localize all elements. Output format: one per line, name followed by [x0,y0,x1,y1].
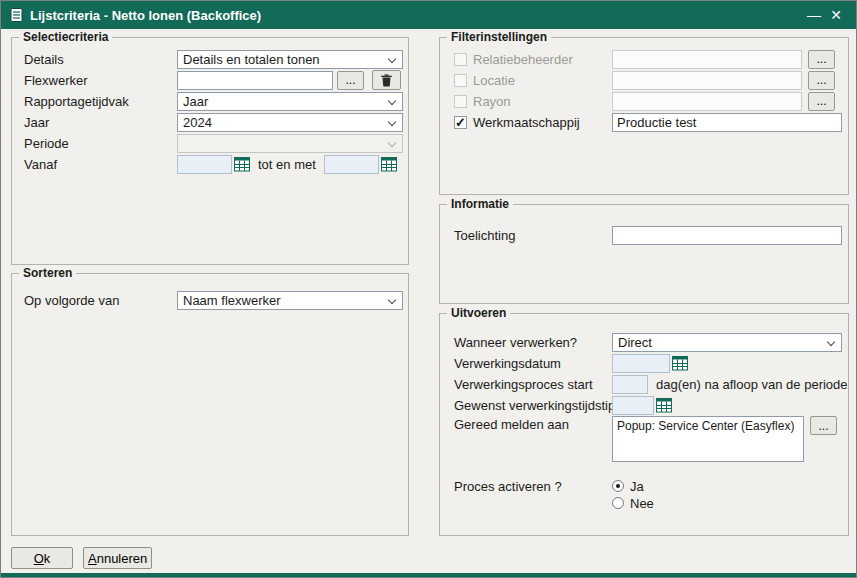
op-volgorde-row: Op volgorde van Naam flexwerker [24,290,403,310]
relatiebeheerder-label: Relatiebeheerder [473,52,612,67]
proces-activeren-nee-row: Nee [454,493,654,513]
titlebar: Lijstcriteria - Netto lonen (Backoffice)… [1,1,856,29]
window-title: Lijstcriteria - Netto lonen (Backoffice) [30,8,803,23]
rayon-label: Rayon [473,94,612,109]
rayon-row: Rayon ... [454,91,835,111]
periode-select [177,134,403,153]
rapportagetijdvak-select[interactable]: Jaar [177,92,403,111]
jaar-label: Jaar [24,115,177,130]
periode-label: Periode [24,136,177,151]
rapportagetijdvak-label: Rapportagetijdvak [24,94,177,109]
minimize-button[interactable]: — [803,4,825,26]
locatie-input [612,71,802,90]
ja-radio-label: Ja [630,479,644,494]
rayon-checkbox[interactable] [454,95,467,108]
filterinstellingen-legend: Filterinstellingen [447,30,551,45]
rayon-more-button[interactable]: ... [808,92,835,111]
chevron-down-icon [388,96,396,104]
details-select[interactable]: Details en totalen tonen [177,50,403,69]
relatiebeheerder-more-button[interactable]: ... [808,50,835,69]
relatiebeheerder-checkbox[interactable] [454,53,467,66]
window-bottom-accent [1,573,856,577]
jaar-select-value: 2024 [183,115,212,130]
flexwerker-delete-button[interactable] [372,70,401,90]
werkmaatschappij-checkbox[interactable] [454,116,467,129]
toelichting-input[interactable] [612,226,842,245]
rapportagetijdvak-select-value: Jaar [183,94,208,109]
chevron-down-icon [388,295,396,303]
wanneer-verwerken-select-value: Direct [618,335,652,350]
toelichting-label: Toelichting [454,228,612,243]
flexwerker-more-button[interactable]: ... [337,71,364,90]
annuleren-button[interactable]: Annuleren [83,547,152,569]
calendar-icon[interactable] [672,356,688,371]
werkmaatschappij-input[interactable] [612,113,842,132]
verwerkingsproces-start-suffix: dag(en) na afloop van de periode [656,377,848,392]
selectiecriteria-legend: Selectiecriteria [19,30,112,45]
dialog-window: Lijstcriteria - Netto lonen (Backoffice)… [0,0,857,578]
sorteren-legend: Sorteren [19,266,76,281]
gewenst-tijdstip-row: Gewenst verwerkingstijdstip [454,395,672,415]
details-row: Details Details en totalen tonen [24,49,403,69]
verwerkingsdatum-input[interactable] [612,354,670,373]
jaar-row: Jaar 2024 [24,112,403,132]
gereed-melden-label: Gereed melden aan [454,416,612,433]
tot-en-met-label: tot en met [258,157,316,172]
locatie-row: Locatie ... [454,70,835,90]
werkmaatschappij-label: Werkmaatschappij [473,115,612,130]
verwerkingsdatum-row: Verwerkingsdatum [454,353,688,373]
informatie-legend: Informatie [447,197,513,212]
wanneer-verwerken-row: Wanneer verwerken? Direct [454,332,842,352]
chevron-down-icon [388,54,396,62]
periode-row: Periode [24,133,403,153]
locatie-checkbox[interactable] [454,74,467,87]
verwerkingsdatum-label: Verwerkingsdatum [454,356,612,371]
calendar-icon[interactable] [381,157,397,172]
uitvoeren-group: Uitvoeren Wanneer verwerken? Direct Verw… [439,313,849,536]
verwerkingsproces-start-label: Verwerkingsproces start [454,377,612,392]
details-select-value: Details en totalen tonen [183,52,320,67]
op-volgorde-select-value: Naam flexwerker [183,293,281,308]
rapportagetijdvak-row: Rapportagetijdvak Jaar [24,91,403,111]
werkmaatschappij-row: Werkmaatschappij [454,112,842,132]
vanaf-to-input[interactable] [324,155,379,174]
ok-button[interactable]: Ok [11,547,73,569]
nee-radio[interactable] [612,497,624,509]
calendar-icon[interactable] [234,157,250,172]
annuleren-button-label: Annuleren [88,551,147,566]
proces-activeren-label: Proces activeren ? [454,479,612,494]
rayon-input [612,92,802,111]
details-label: Details [24,52,177,67]
nee-radio-label: Nee [630,496,654,511]
close-button[interactable]: ✕ [825,4,847,26]
uitvoeren-legend: Uitvoeren [447,306,510,321]
jaar-select[interactable]: 2024 [177,113,403,132]
calendar-icon[interactable] [656,398,672,413]
vanaf-row: Vanaf tot en met [24,154,397,174]
ja-radio[interactable] [612,480,624,492]
chevron-down-icon [388,138,396,146]
locatie-more-button[interactable]: ... [808,71,835,90]
flexwerker-label: Flexwerker [24,73,177,88]
verwerkingsproces-start-input[interactable] [612,375,648,394]
wanneer-verwerken-select[interactable]: Direct [612,333,842,352]
vanaf-label: Vanaf [24,157,177,172]
gewenst-tijdstip-input[interactable] [612,396,654,415]
verwerkingsproces-start-row: Verwerkingsproces start dag(en) na afloo… [454,374,848,394]
informatie-group: Informatie Toelichting [439,204,849,304]
filterinstellingen-group: Filterinstellingen Relatiebeheerder ... … [439,37,849,195]
gereed-melden-listbox[interactable]: Popup: Service Center (Easyflex) [612,416,804,462]
vanaf-from-input[interactable] [177,155,232,174]
op-volgorde-label: Op volgorde van [24,293,177,308]
op-volgorde-select[interactable]: Naam flexwerker [177,291,403,310]
locatie-label: Locatie [473,73,612,88]
gereed-melden-value: Popup: Service Center (Easyflex) [617,419,794,433]
ok-button-label: Ok [16,551,68,566]
chevron-down-icon [388,117,396,125]
gereed-melden-more-button[interactable]: ... [810,416,837,435]
trash-icon [381,74,392,87]
flexwerker-input[interactable] [177,71,333,90]
flexwerker-row: Flexwerker ... [24,70,401,90]
gereed-melden-row: Gereed melden aan Popup: Service Center … [454,416,837,464]
wanneer-verwerken-label: Wanneer verwerken? [454,335,612,350]
